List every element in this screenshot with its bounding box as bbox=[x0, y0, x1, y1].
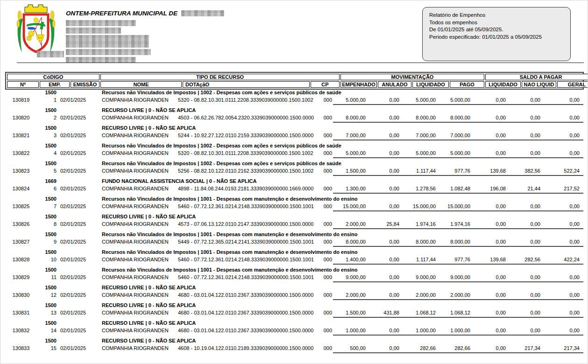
cell-liquidado: 2.000,00 bbox=[403, 291, 439, 300]
cell-anulado: 431,88 bbox=[369, 309, 403, 318]
cell-liquidado: 7.000,00 bbox=[403, 132, 439, 140]
table-row: 130829 11 02/01/2025 COMPANHIA RIOGRANDE… bbox=[5, 273, 584, 282]
cell-emissao: 02/01/2025 bbox=[57, 203, 96, 211]
cell-saldo-geral: 0,00 bbox=[544, 273, 583, 282]
cell-cp: 000 bbox=[323, 132, 333, 140]
cell-saldo-geral: 0,00 bbox=[544, 96, 583, 105]
cell-saldo-liquidado: 0,00 bbox=[474, 273, 510, 282]
cell-numero: 130826 bbox=[5, 220, 37, 229]
resource-code: 1500 bbox=[5, 337, 57, 344]
cell-liquidado: 1.117,44 bbox=[403, 256, 439, 265]
resource-code: 1500 bbox=[5, 106, 57, 114]
cell-anulado: 0,00 bbox=[369, 185, 403, 194]
cell-saldo-nao-liquid: 0,00 bbox=[510, 238, 544, 247]
cell-saldo-nao-liquid: 217,34 bbox=[510, 344, 544, 353]
resource-group-line: 1500 Recursos não Vinculados de Impostos… bbox=[5, 142, 584, 149]
cell-saldo-liquidado: 0,00 bbox=[474, 291, 510, 300]
resource-name: Recursos não Vinculados de Impostos | 10… bbox=[96, 89, 584, 96]
cell-emp: 9 bbox=[37, 238, 57, 247]
table-row: 130828 10 02/01/2025 COMPANHIA RIOGRANDE… bbox=[5, 256, 584, 265]
cell-numero: 130833 bbox=[5, 344, 37, 353]
cell-nome: COMPANHIA RIOGRANDEN bbox=[96, 309, 177, 318]
empenho-record: 1500 Recursos não Vinculados de Impostos… bbox=[5, 231, 584, 248]
resource-spacer bbox=[57, 124, 96, 132]
cell-anulado: 0,00 bbox=[369, 114, 403, 123]
table-row: 130819 1 02/01/2025 COMPANHIA RIOGRANDEN… bbox=[5, 96, 584, 105]
cell-dotacao: 5460 - 07.72.12.361.0214.2148.3339039000… bbox=[177, 203, 323, 211]
resource-spacer bbox=[57, 89, 96, 96]
cell-empenhado: 500,00 bbox=[333, 344, 369, 353]
cell-dotacao: 5256 - 08.82.10.122.0110.2162.3339039000… bbox=[177, 167, 323, 176]
empenho-record: 1500 RECURSO LIVRE | 0 - NÃO SE APLICA 1… bbox=[5, 319, 584, 337]
resource-name: Recursos não Vinculados de Impostos | 10… bbox=[96, 160, 584, 167]
cell-emissao: 02/01/2025 bbox=[57, 185, 96, 194]
cell-pago: 977,76 bbox=[439, 256, 474, 265]
cell-emp: 10 bbox=[37, 256, 57, 265]
cell-anulado: 0,00 bbox=[369, 291, 403, 300]
cell-cp: 000 bbox=[323, 238, 333, 247]
cell-numero: 130828 bbox=[5, 256, 37, 265]
cell-emissao: 02/01/2025 bbox=[57, 327, 96, 336]
cell-nome: COMPANHIA RIOGRANDEN bbox=[96, 291, 177, 300]
resource-code: 1500 bbox=[5, 160, 57, 167]
cell-cp: 000 bbox=[323, 149, 333, 158]
cell-emp: 2 bbox=[37, 114, 57, 123]
resource-group-line: 1500 Recursos não Vinculados de Impostos… bbox=[5, 195, 584, 203]
empenho-record: 1500 Recursos não Vinculados de Impostos… bbox=[5, 195, 584, 213]
cell-emp: 15 bbox=[37, 344, 57, 353]
cell-anulado: 0,00 bbox=[369, 238, 403, 247]
header-divider bbox=[17, 63, 584, 63]
cell-dotacao: 4608 - 10.19.04.122.0110.2189.3339039000… bbox=[177, 344, 323, 353]
cell-pago: 1.082,48 bbox=[439, 185, 474, 194]
resource-spacer bbox=[57, 266, 96, 273]
resource-spacer bbox=[57, 213, 96, 220]
report-info-box: Relatório de Empenhos Todos os empenhos … bbox=[422, 7, 571, 61]
cell-emp: 7 bbox=[37, 203, 57, 211]
cell-saldo-liquidado: 0,00 bbox=[474, 327, 510, 336]
resource-group-line: 1500 Recursos não Vinculados de Impostos… bbox=[5, 266, 584, 273]
resource-group-line: 1500 RECURSO LIVRE | 0 - NÃO SE APLICA bbox=[5, 213, 584, 220]
cell-saldo-liquidado: 0,00 bbox=[474, 132, 510, 140]
empenho-record: 1500 Recursos não Vinculados de Impostos… bbox=[5, 248, 584, 266]
cell-cp: 000 bbox=[323, 273, 333, 282]
resource-code: 1500 bbox=[5, 248, 57, 256]
resource-code: 1500 bbox=[5, 231, 57, 238]
cell-emissao: 02/01/2025 bbox=[57, 291, 96, 300]
column-header-numero: Nº bbox=[7, 81, 39, 88]
cell-saldo-geral: 0,00 bbox=[544, 203, 583, 211]
report-date-range: De 01/01/2025 até 05/09/2025. bbox=[429, 26, 564, 34]
resource-name: Recursos não Vinculados de Impostos | 10… bbox=[96, 231, 584, 238]
column-group-codigo: CóDIGO bbox=[7, 74, 99, 80]
resource-name: RECURSO LIVRE | 0 - NÃO SE APLICA bbox=[96, 301, 584, 309]
cell-saldo-geral: 522,24 bbox=[544, 167, 583, 176]
cell-emissao: 02/01/2025 bbox=[57, 344, 96, 353]
redacted-address-lines bbox=[66, 20, 224, 63]
cell-nome: COMPANHIA RIOGRANDEN bbox=[96, 344, 177, 353]
cell-anulado: 0,00 bbox=[369, 344, 403, 353]
cell-saldo-geral: 0,00 bbox=[544, 327, 583, 336]
cell-pago: 15.000,00 bbox=[439, 203, 474, 211]
table-row: 130832 14 02/01/2025 COMPANHIA RIOGRANDE… bbox=[5, 327, 584, 336]
cell-empenhado: 1.500,00 bbox=[333, 167, 369, 176]
resource-spacer bbox=[57, 301, 96, 309]
column-group-movimentacao: MOVIMENTAÇÃO bbox=[340, 74, 484, 80]
cell-cp: 000 bbox=[323, 256, 333, 265]
cell-emissao: 02/01/2025 bbox=[57, 220, 96, 229]
cell-anulado: 25,84 bbox=[369, 220, 403, 229]
cell-nome: COMPANHIA RIOGRANDEN bbox=[96, 114, 177, 123]
cell-saldo-geral: 0,00 bbox=[544, 220, 583, 229]
column-header-geral: GERAL bbox=[557, 81, 588, 88]
cell-empenhado: 7.000,00 bbox=[333, 132, 369, 140]
cell-numero: 130824 bbox=[5, 185, 37, 194]
cell-empenhado: 1.300,00 bbox=[333, 185, 369, 194]
column-header-dotacao: DOTAçãO bbox=[183, 81, 310, 88]
empenho-record: 1500 RECURSO LIVRE | 0 - NÃO SE APLICA 1… bbox=[5, 106, 584, 124]
cell-nome: COMPANHIA RIOGRANDEN bbox=[96, 273, 177, 282]
cell-emp: 3 bbox=[37, 132, 57, 140]
redacted-logo-banner bbox=[37, 51, 64, 57]
cell-empenhado: 15.000,00 bbox=[333, 203, 369, 211]
cell-liquidado: 1.000,00 bbox=[403, 327, 439, 336]
cell-anulado: 0,00 bbox=[369, 149, 403, 158]
cell-nome: COMPANHIA RIOGRANDEN bbox=[96, 96, 177, 105]
table-row: 130827 9 02/01/2025 COMPANHIA RIOGRANDEN… bbox=[5, 238, 584, 247]
